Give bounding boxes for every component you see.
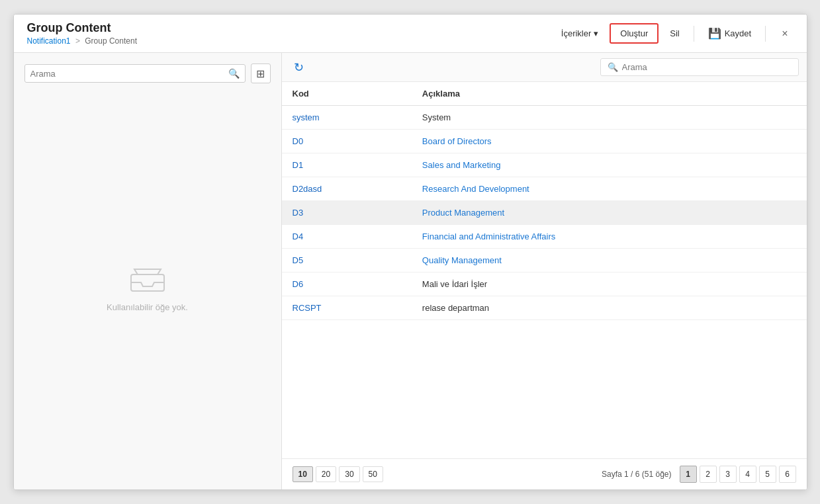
table-cell-aciklama: Product Management: [412, 201, 807, 225]
table-cell-aciklama: Research And Development: [412, 177, 807, 201]
left-search-row: 🔍 ⊞: [24, 63, 271, 83]
table-cell-aciklama: Financial and Administrative Affairs: [412, 225, 807, 249]
page-num-1[interactable]: 1: [680, 466, 697, 483]
refresh-icon: ↻: [294, 61, 304, 74]
kaydet-button[interactable]: 💾 Kaydet: [700, 22, 760, 44]
save-icon: 💾: [708, 27, 721, 40]
page-num-5[interactable]: 5: [759, 466, 776, 483]
kaydet-label: Kaydet: [725, 28, 751, 38]
page-num-6[interactable]: 6: [779, 466, 796, 483]
data-table: Kod Açıklama systemSystemD0Board of Dire…: [282, 82, 807, 320]
pagination: 10 20 30 50 Sayfa 1 / 6 (51 öğe) 1 2 3 4…: [282, 458, 807, 489]
olustur-button[interactable]: Oluştur: [610, 23, 659, 44]
table-cell-aciklama: Sales and Marketing: [412, 153, 807, 177]
icerikler-label: İçerikler: [561, 28, 592, 38]
table-row: D5Quality Management: [282, 249, 807, 273]
table-cell-aciklama: System: [412, 106, 807, 130]
page-num-2[interactable]: 2: [700, 466, 717, 483]
empty-text: Kullanılabilir öğe yok.: [107, 302, 188, 312]
right-search-input[interactable]: [622, 62, 792, 72]
table-cell-kod[interactable]: D3: [282, 201, 412, 225]
main-window: Group Content Notification1 > Group Cont…: [13, 14, 807, 490]
sil-label: Sil: [670, 28, 679, 38]
add-button[interactable]: ⊞: [251, 63, 271, 83]
col-header-kod: Kod: [282, 82, 412, 106]
table-row: D4Financial and Administrative Affairs: [282, 225, 807, 249]
header: Group Content Notification1 > Group Cont…: [14, 15, 807, 53]
table-header: Kod Açıklama: [282, 82, 807, 106]
page-size-20[interactable]: 20: [316, 466, 336, 482]
table-area: Kod Açıklama systemSystemD0Board of Dire…: [282, 82, 807, 458]
table-body: systemSystemD0Board of DirectorsD1Sales …: [282, 106, 807, 320]
table-cell-aciklama: Mali ve İdari İşler: [412, 273, 807, 296]
table-cell-aciklama: relase departman: [412, 296, 807, 320]
table-row: D6Mali ve İdari İşler: [282, 273, 807, 296]
icerikler-button[interactable]: İçerikler ▾: [553, 24, 608, 43]
page-num-3[interactable]: 3: [719, 466, 737, 483]
empty-inbox-icon: [128, 261, 167, 294]
table-row: systemSystem: [282, 106, 807, 130]
olustur-label: Oluştur: [620, 28, 648, 38]
sil-button[interactable]: Sil: [661, 24, 688, 43]
add-icon: ⊞: [256, 67, 265, 80]
table-cell-kod[interactable]: RCSPT: [282, 296, 412, 320]
right-search-wrap: 🔍: [600, 58, 799, 76]
table-cell-kod[interactable]: D2dasd: [282, 177, 412, 201]
left-search-button[interactable]: 🔍: [228, 68, 240, 79]
right-toolbar: ↻ 🔍: [282, 53, 807, 82]
search-icon: 🔍: [228, 68, 240, 79]
breadcrumb-current: Group Content: [85, 36, 137, 46]
header-actions: İçerikler ▾ Oluştur Sil 💾 Kaydet ×: [553, 22, 794, 44]
close-icon: ×: [782, 28, 788, 39]
table-cell-aciklama: Board of Directors: [412, 130, 807, 153]
page-title: Group Content: [27, 21, 553, 35]
table-cell-kod[interactable]: D0: [282, 130, 412, 153]
table-cell-kod[interactable]: D4: [282, 225, 412, 249]
left-panel: 🔍 ⊞ Kullanılabilir öğe yok.: [14, 53, 282, 489]
page-size-30[interactable]: 30: [339, 466, 359, 482]
table-cell-kod[interactable]: D5: [282, 249, 412, 273]
header-left: Group Content Notification1 > Group Cont…: [27, 21, 553, 46]
body-layout: 🔍 ⊞ Kullanılabilir öğe yok.: [14, 53, 807, 489]
close-button[interactable]: ×: [776, 24, 793, 44]
left-search-wrap: 🔍: [24, 64, 246, 83]
divider: [694, 26, 694, 42]
table-cell-kod[interactable]: D6: [282, 273, 412, 296]
table-cell-kod[interactable]: system: [282, 106, 412, 130]
table-cell-kod[interactable]: D1: [282, 153, 412, 177]
chevron-down-icon: ▾: [594, 28, 598, 38]
page-size-50[interactable]: 50: [363, 466, 383, 482]
page-size-10[interactable]: 10: [293, 466, 313, 482]
left-search-input[interactable]: [30, 69, 228, 79]
col-header-aciklama: Açıklama: [412, 82, 807, 106]
table-row: RCSPTrelase departman: [282, 296, 807, 320]
table-row: D0Board of Directors: [282, 130, 807, 153]
refresh-button[interactable]: ↻: [290, 59, 308, 76]
breadcrumb-parent[interactable]: Notification1: [27, 36, 71, 46]
table-row: D3Product Management: [282, 201, 807, 225]
right-panel: ↻ 🔍 Kod Açıklama system: [282, 53, 807, 489]
table-cell-aciklama: Quality Management: [412, 249, 807, 273]
right-search-icon: 🔍: [608, 62, 618, 72]
table-row: D2dasdResearch And Development: [282, 177, 807, 201]
breadcrumb-separator: >: [75, 36, 80, 46]
breadcrumb: Notification1 > Group Content: [27, 36, 553, 46]
empty-state: Kullanılabilir öğe yok.: [24, 94, 271, 479]
page-num-4[interactable]: 4: [739, 466, 756, 483]
page-info: Sayfa 1 / 6 (51 öğe): [602, 470, 671, 479]
table-row: D1Sales and Marketing: [282, 153, 807, 177]
divider2: [765, 26, 766, 42]
